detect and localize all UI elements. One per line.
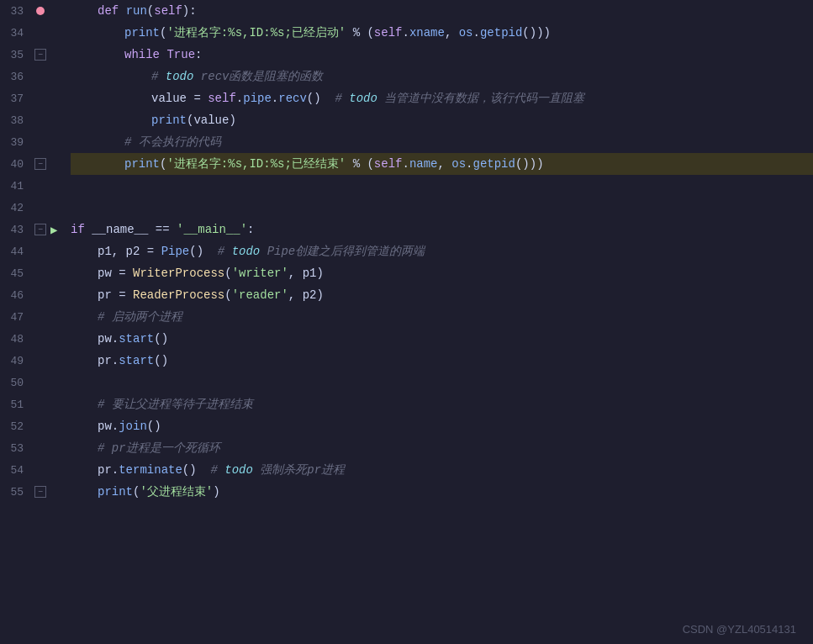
- arrow-row-34: [50, 22, 67, 44]
- arrow-row-39: [50, 131, 67, 153]
- line-num-54: 54: [0, 464, 30, 477]
- gutter-row-39: 39: [0, 131, 50, 153]
- code-content[interactable]: def run(self): print('进程名字:%s,ID:%s;已经启动…: [67, 0, 813, 644]
- line-num-33: 33: [0, 5, 30, 18]
- gutter-row-47: 47: [0, 306, 50, 328]
- gutter-row-48: 48: [0, 328, 50, 350]
- gutter-row-46: 46: [0, 284, 50, 306]
- line-num-49: 49: [0, 355, 30, 367]
- fold-icon-43[interactable]: −: [34, 224, 46, 235]
- code-line-41: [71, 175, 813, 197]
- arrow-row-38: [50, 109, 67, 131]
- code-line-44: p1, p2 = Pipe() # todo Pipe创建之后得到管道的两端: [71, 240, 813, 262]
- arrow-row-44: [50, 240, 67, 262]
- arrow-row-35: [50, 44, 67, 66]
- fold-icon-35[interactable]: −: [34, 49, 46, 61]
- gutter-row-52: 52: [0, 415, 50, 437]
- gutter-row-43: 43 −: [0, 219, 50, 240]
- code-line-47: # 启动两个进程: [71, 306, 813, 328]
- arrow-row-48: [50, 328, 67, 350]
- line-num-40: 40: [0, 158, 30, 171]
- line-num-39: 39: [0, 136, 30, 149]
- fold-icon-40[interactable]: −: [34, 158, 46, 170]
- arrow-row-51: [50, 393, 67, 415]
- code-line-33: def run(self):: [71, 0, 813, 22]
- gutter-row-42: 42: [0, 197, 50, 219]
- fold-icon-55[interactable]: −: [34, 486, 46, 498]
- line-num-53: 53: [0, 442, 30, 455]
- code-line-40: print('进程名字:%s,ID:%s;已经结束' % (self.name,…: [71, 153, 813, 175]
- arrow-row-54: [50, 459, 67, 481]
- line-num-36: 36: [0, 71, 30, 83]
- watermark: CSDN @YZL40514131: [683, 623, 796, 636]
- code-line-36: # todo recv函数是阻塞的函数: [71, 66, 813, 87]
- code-line-52: pw.join(): [71, 415, 813, 437]
- gutter-icon-55[interactable]: −: [30, 486, 50, 498]
- gutter-row-38: 38: [0, 109, 50, 131]
- code-line-55: print('父进程结束'): [71, 481, 813, 503]
- gutter-row-45: 45: [0, 262, 50, 284]
- line-num-38: 38: [0, 114, 30, 127]
- gutter-row-49: 49: [0, 350, 50, 372]
- line-num-48: 48: [0, 333, 30, 346]
- line-num-43: 43: [0, 224, 30, 236]
- code-line-37: value = self.pipe.recv() # todo 当管道中没有数据…: [71, 87, 813, 109]
- line-num-34: 34: [0, 27, 30, 40]
- gutter-row-50: 50: [0, 372, 50, 393]
- code-line-51: # 要让父进程等待子进程结束: [71, 393, 813, 415]
- code-line-48: pw.start(): [71, 328, 813, 350]
- arrow-row-52: [50, 415, 67, 437]
- arrow-row-50: [50, 372, 67, 393]
- run-arrow-43: ▶: [50, 219, 67, 240]
- gutter-icon-33[interactable]: [30, 7, 50, 15]
- gutter-row-44: 44: [0, 240, 50, 262]
- code-line-46: pr = ReaderProcess('reader', p2): [71, 284, 813, 306]
- gutter-row-40: 40 −: [0, 153, 50, 175]
- gutter-row-37: 37: [0, 87, 50, 109]
- line-num-47: 47: [0, 311, 30, 324]
- arrow-row-36: [50, 66, 67, 87]
- line-num-35: 35: [0, 49, 30, 61]
- line-num-51: 51: [0, 399, 30, 411]
- arrow-row-53: [50, 437, 67, 459]
- line-num-46: 46: [0, 289, 30, 302]
- line-num-45: 45: [0, 267, 30, 280]
- line-num-37: 37: [0, 92, 30, 105]
- code-line-50: [71, 372, 813, 393]
- code-line-53: # pr进程是一个死循环: [71, 437, 813, 459]
- line-num-52: 52: [0, 420, 30, 433]
- gutter-row-34: 34: [0, 22, 50, 44]
- line-num-41: 41: [0, 180, 30, 193]
- gutter-icon-43[interactable]: −: [30, 224, 50, 235]
- code-line-34: print('进程名字:%s,ID:%s;已经启动' % (self.xname…: [71, 22, 813, 44]
- code-line-43: if __name__ == '__main__':: [71, 219, 813, 240]
- gutter-row-36: 36: [0, 66, 50, 87]
- gutter-icon-40[interactable]: −: [30, 158, 50, 170]
- line-num-55: 55: [0, 486, 30, 499]
- arrow-row-37: [50, 87, 67, 109]
- arrow-row-49: [50, 350, 67, 372]
- code-line-42: [71, 197, 813, 219]
- arrow-row-40: [50, 153, 67, 175]
- arrow-row-33: [50, 0, 67, 22]
- code-line-39: # 不会执行的代码: [71, 131, 813, 153]
- code-line-35: while True:: [71, 44, 813, 66]
- gutter-icon-35[interactable]: −: [30, 49, 50, 61]
- gutter-row-55: 55 −: [0, 481, 50, 503]
- code-line-38: print(value): [71, 109, 813, 131]
- gutter-row-41: 41: [0, 175, 50, 197]
- code-line-45: pw = WriterProcess('writer', p1): [71, 262, 813, 284]
- breakpoint-icon-33[interactable]: [36, 7, 45, 15]
- line-num-42: 42: [0, 202, 30, 214]
- arrow-row-41: [50, 175, 67, 197]
- arrow-row-55: [50, 481, 67, 503]
- code-editor: 33 34 35 − 36 37 38: [0, 0, 813, 644]
- gutter-row-51: 51: [0, 393, 50, 415]
- run-arrow-gutter: ▶: [50, 0, 67, 644]
- gutter-row-53: 53: [0, 437, 50, 459]
- arrow-row-47: [50, 306, 67, 328]
- code-line-54: pr.terminate() # todo 强制杀死pr进程: [71, 459, 813, 481]
- line-num-50: 50: [0, 377, 30, 389]
- line-number-gutter: 33 34 35 − 36 37 38: [0, 0, 50, 644]
- arrow-row-46: [50, 284, 67, 306]
